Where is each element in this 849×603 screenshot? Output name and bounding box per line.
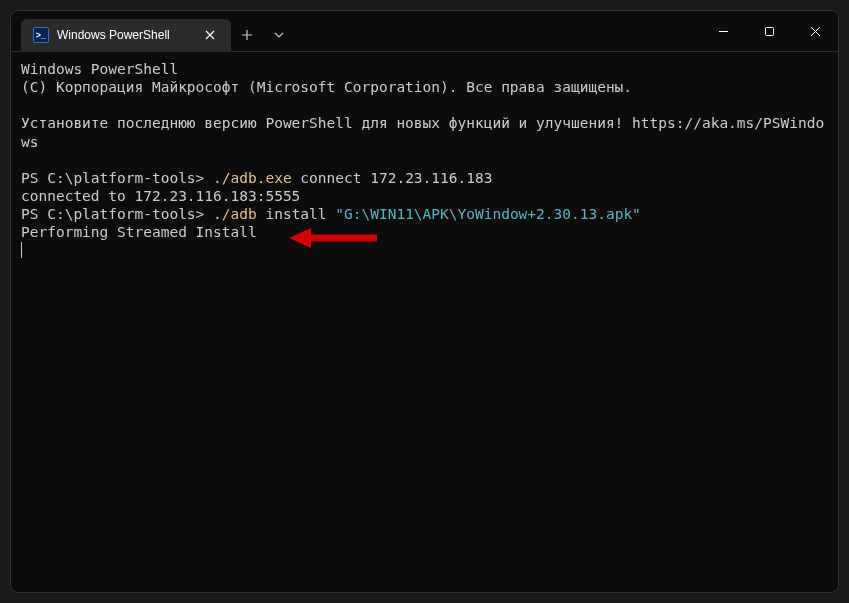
powershell-icon: >_ [33, 27, 49, 43]
tab-controls [231, 19, 295, 51]
maximize-icon [764, 26, 775, 37]
command-executable: ./adb.exe [213, 170, 292, 186]
new-tab-button[interactable] [231, 19, 263, 51]
command-args: install [257, 206, 336, 222]
command-path-string: "G:\WIN11\APK\YoWindow+2.30.13.apk" [335, 206, 641, 222]
output-line: (C) Корпорация Майкрософт (Microsoft Cor… [21, 78, 828, 96]
close-icon [810, 26, 821, 37]
chevron-down-icon [274, 32, 284, 38]
output-line [21, 96, 828, 114]
plus-icon [241, 29, 253, 41]
titlebar: >_ Windows PowerShell [11, 11, 838, 51]
tab-close-button[interactable] [201, 26, 219, 44]
command-line: PS C:\platform-tools> ./adb.exe connect … [21, 169, 828, 187]
minimize-button[interactable] [700, 11, 746, 51]
close-icon [205, 30, 215, 40]
output-line: Windows PowerShell [21, 60, 828, 78]
terminal-content[interactable]: Windows PowerShell (C) Корпорация Майкро… [11, 51, 838, 592]
close-window-button[interactable] [792, 11, 838, 51]
output-line: Performing Streamed Install [21, 223, 828, 241]
output-line [21, 151, 828, 169]
svg-rect-0 [765, 27, 773, 35]
tab-powershell[interactable]: >_ Windows PowerShell [21, 19, 231, 51]
output-line: connected to 172.23.116.183:5555 [21, 187, 828, 205]
terminal-window: >_ Windows PowerShell [10, 10, 839, 593]
tab-dropdown-button[interactable] [263, 19, 295, 51]
minimize-icon [718, 26, 729, 37]
command-executable: ./adb [213, 206, 257, 222]
cursor-line [21, 241, 828, 259]
window-controls [700, 11, 838, 51]
prompt: PS C:\platform-tools> [21, 170, 213, 186]
maximize-button[interactable] [746, 11, 792, 51]
command-args: connect 172.23.116.183 [292, 170, 493, 186]
prompt: PS C:\platform-tools> [21, 206, 213, 222]
text-cursor [21, 242, 22, 258]
command-line: PS C:\platform-tools> ./adb install "G:\… [21, 205, 828, 223]
tab-title: Windows PowerShell [57, 28, 193, 42]
output-line: Установите последнюю версию PowerShell д… [21, 114, 828, 150]
